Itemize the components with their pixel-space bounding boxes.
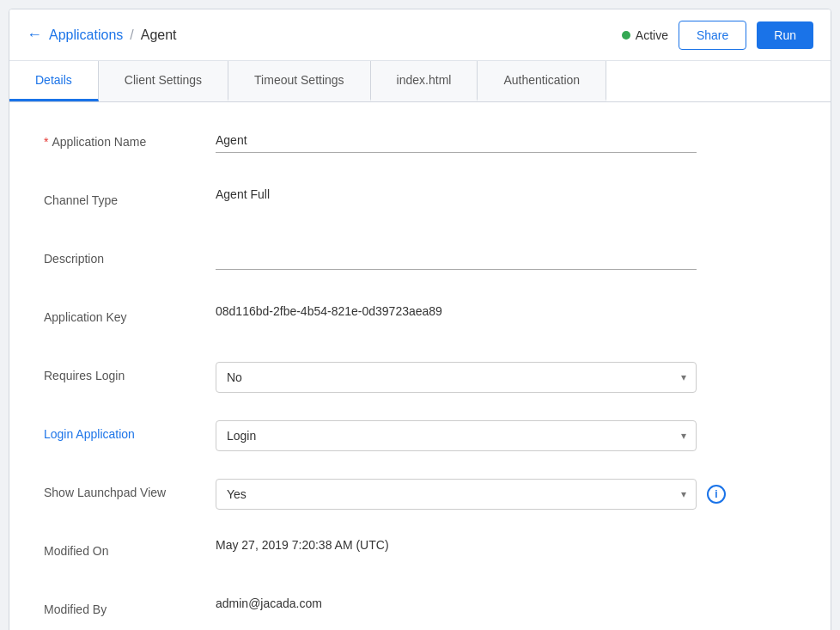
description-label: Description <box>44 245 216 266</box>
tab-client-settings[interactable]: Client Settings <box>99 61 228 101</box>
back-button[interactable]: ← <box>27 26 42 44</box>
status-badge: Active <box>622 28 668 42</box>
breadcrumb-root[interactable]: Applications <box>49 28 123 43</box>
tab-bar: Details Client Settings Timeout Settings… <box>9 61 831 102</box>
modified-on-label: Modified On <box>44 537 216 558</box>
login-application-select[interactable]: Login <box>216 420 697 451</box>
form-content: *Application Name Channel Type Agent Ful… <box>9 102 831 630</box>
requires-login-label: Requires Login <box>44 362 216 382</box>
description-row: Description <box>44 245 796 279</box>
application-name-label: *Application Name <box>44 128 216 149</box>
info-icon-wrapper: i <box>707 485 726 504</box>
show-launchpad-label: Show Launchpad View <box>44 479 216 499</box>
tab-authentication[interactable]: Authentication <box>478 61 606 101</box>
login-application-select-wrapper: Login ▾ <box>216 420 697 451</box>
show-launchpad-row: Show Launchpad View Yes No ▾ i <box>44 479 796 513</box>
modified-by-row: Modified By admin@jacada.com <box>44 596 796 630</box>
page-header: ← Applications / Agent Active Share Run <box>9 9 831 61</box>
tab-details[interactable]: Details <box>9 61 99 101</box>
modified-by-text: admin@jacada.com <box>216 591 322 615</box>
description-value <box>216 245 697 270</box>
application-name-value <box>216 128 697 153</box>
application-name-input[interactable] <box>216 128 697 153</box>
main-window: ← Applications / Agent Active Share Run … <box>9 9 831 630</box>
application-key-text: 08d116bd-2fbe-4b54-821e-0d39723aea89 <box>216 299 442 323</box>
modified-by-value: admin@jacada.com <box>216 596 697 611</box>
description-input[interactable] <box>216 245 697 270</box>
run-button[interactable]: Run <box>757 21 813 49</box>
share-button[interactable]: Share <box>679 21 746 50</box>
login-application-value: Login ▾ <box>216 420 697 451</box>
login-application-row: Login Application Login ▾ <box>44 420 796 455</box>
modified-on-text: May 27, 2019 7:20:38 AM (UTC) <box>216 533 389 557</box>
breadcrumb: ← Applications / Agent <box>27 26 622 44</box>
channel-type-row: Channel Type Agent Full <box>44 187 796 221</box>
header-actions: Active Share Run <box>622 21 813 50</box>
requires-login-select[interactable]: No Yes <box>216 362 697 393</box>
required-asterisk: * <box>44 135 48 149</box>
tab-timeout-settings[interactable]: Timeout Settings <box>228 61 371 101</box>
requires-login-row: Requires Login No Yes ▾ <box>44 362 796 396</box>
application-name-row: *Application Name <box>44 128 796 162</box>
channel-type-value: Agent Full <box>216 187 697 202</box>
application-key-value: 08d116bd-2fbe-4b54-821e-0d39723aea89 <box>216 303 697 319</box>
status-dot <box>622 31 630 40</box>
requires-login-value: No Yes ▾ <box>216 362 697 393</box>
channel-type-text: Agent Full <box>216 182 270 206</box>
breadcrumb-separator: / <box>130 28 133 43</box>
modified-on-row: Modified On May 27, 2019 7:20:38 AM (UTC… <box>44 537 796 572</box>
modified-on-value: May 27, 2019 7:20:38 AM (UTC) <box>216 537 697 553</box>
modified-by-label: Modified By <box>44 596 216 616</box>
application-key-row: Application Key 08d116bd-2fbe-4b54-821e-… <box>44 303 796 338</box>
tab-index-html[interactable]: index.html <box>371 61 478 101</box>
login-application-label: Login Application <box>44 420 216 441</box>
show-launchpad-select-wrapper: Yes No ▾ <box>216 479 697 510</box>
info-icon[interactable]: i <box>707 485 726 504</box>
requires-login-select-wrapper: No Yes ▾ <box>216 362 697 393</box>
breadcrumb-current: Agent <box>141 28 177 43</box>
channel-type-label: Channel Type <box>44 187 216 207</box>
show-launchpad-select[interactable]: Yes No <box>216 479 697 510</box>
status-label: Active <box>636 28 668 42</box>
application-key-label: Application Key <box>44 303 216 324</box>
